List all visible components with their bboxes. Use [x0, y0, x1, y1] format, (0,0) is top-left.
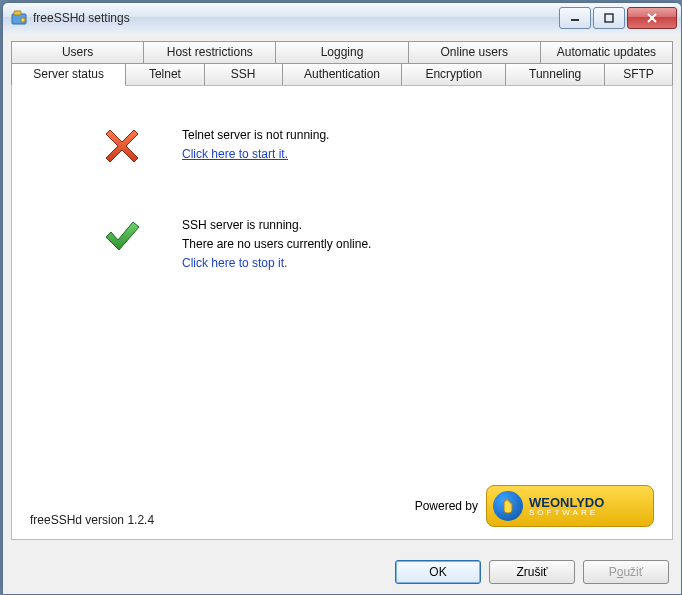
app-icon — [11, 10, 27, 26]
ssh-stop-link[interactable]: Click here to stop it. — [182, 256, 287, 270]
dialog-body: Users Host restrictions Logging Online u… — [3, 33, 681, 594]
telnet-start-link[interactable]: Click here to start it. — [182, 147, 288, 161]
telnet-status-row: Telnet server is not running. Click here… — [42, 126, 642, 166]
version-label: freeSSHd version 1.2.4 — [30, 513, 154, 527]
maximize-button[interactable] — [593, 7, 625, 29]
titlebar[interactable]: freeSSHd settings — [3, 3, 681, 34]
tab-automatic-updates[interactable]: Automatic updates — [540, 41, 673, 64]
x-mark-icon — [102, 126, 142, 166]
ssh-users-text: There are no users currently online. — [182, 235, 371, 254]
dialog-button-row: OK Zrušiť Použiť — [395, 560, 669, 584]
minimize-button[interactable] — [559, 7, 591, 29]
server-status-panel: Telnet server is not running. Click here… — [12, 86, 672, 539]
weonlydo-logo[interactable]: WEONLYDO SOFTWARE — [486, 485, 654, 527]
tab-tunneling[interactable]: Tunneling — [505, 63, 605, 86]
logo-sub-text: SOFTWARE — [529, 509, 604, 517]
tab-row-top: Users Host restrictions Logging Online u… — [11, 41, 673, 64]
check-mark-icon — [102, 216, 142, 256]
svg-point-2 — [21, 18, 25, 22]
tab-telnet[interactable]: Telnet — [125, 63, 204, 86]
tab-server-status[interactable]: Server status — [11, 63, 126, 86]
tab-control: Users Host restrictions Logging Online u… — [11, 85, 673, 586]
tab-users[interactable]: Users — [11, 41, 144, 64]
ssh-status-text: SSH server is running. — [182, 216, 371, 235]
window-title: freeSSHd settings — [33, 11, 559, 25]
cancel-button[interactable]: Zrušiť — [489, 560, 575, 584]
dialog-window: freeSSHd settings Users Host restriction… — [2, 2, 682, 595]
tab-sftp[interactable]: SFTP — [604, 63, 673, 86]
tab-ssh[interactable]: SSH — [204, 63, 283, 86]
svg-rect-1 — [14, 11, 21, 15]
tab-row-bottom: Server status Telnet SSH Authentication … — [11, 63, 673, 86]
close-button[interactable] — [627, 7, 677, 29]
tab-host-restrictions[interactable]: Host restrictions — [143, 41, 276, 64]
telnet-status-text: Telnet server is not running. — [182, 126, 329, 145]
tab-authentication[interactable]: Authentication — [282, 63, 402, 86]
tab-online-users[interactable]: Online users — [408, 41, 541, 64]
ok-button[interactable]: OK — [395, 560, 481, 584]
tab-page: Telnet server is not running. Click here… — [11, 85, 673, 540]
tab-logging[interactable]: Logging — [275, 41, 408, 64]
svg-rect-4 — [605, 14, 613, 22]
hand-icon — [493, 491, 523, 521]
powered-by-label: Powered by — [415, 499, 478, 513]
footer: freeSSHd version 1.2.4 Powered by WEONLY… — [30, 485, 654, 527]
apply-button[interactable]: Použiť — [583, 560, 669, 584]
tab-encryption[interactable]: Encryption — [401, 63, 506, 86]
ssh-status-row: SSH server is running. There are no user… — [42, 216, 642, 274]
